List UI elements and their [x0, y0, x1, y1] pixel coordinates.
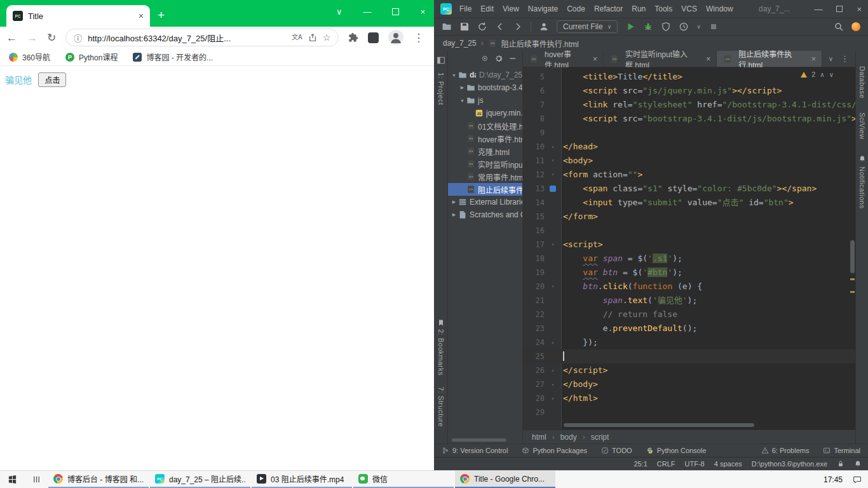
task-view-button[interactable] [24, 471, 48, 488]
indent-size[interactable]: 4 spaces [714, 460, 742, 468]
editor-vscrollbar[interactable] [850, 240, 855, 273]
menu-navigate[interactable]: Navigate [528, 4, 558, 13]
code-line-16[interactable]: 16 [523, 224, 855, 238]
tree-item[interactable]: ▼js [448, 94, 522, 107]
forward-icon[interactable]: → [27, 32, 37, 43]
bell-icon[interactable] [854, 460, 862, 468]
submit-button[interactable]: 点击 [38, 72, 66, 87]
clock[interactable]: 17:45 [820, 471, 846, 488]
menu-kebab-icon[interactable]: ⋮ [413, 32, 424, 43]
fold-marker-icon[interactable]: ▾ [545, 280, 561, 294]
action-center-icon[interactable] [846, 471, 868, 488]
code-line-19[interactable]: 19 var btn = $('#btn'); [523, 266, 855, 280]
close-icon[interactable]: × [420, 7, 425, 17]
back-icon[interactable]: ← [6, 32, 17, 43]
next-warning-icon[interactable]: ∨ [829, 71, 834, 78]
code-line-17[interactable]: 17▾<script> [523, 238, 855, 252]
taskbar-app-button[interactable]: day_7_25 – 阻止后续... [150, 471, 250, 488]
share-icon[interactable] [308, 33, 317, 42]
tree-item[interactable]: <>hover事件.html [448, 132, 522, 145]
search-icon[interactable] [834, 22, 844, 32]
tabs-menu-icon[interactable]: ⋮ [841, 54, 849, 64]
code-line-25[interactable]: 25 [523, 349, 855, 363]
play-icon[interactable] [625, 22, 635, 32]
tree-item[interactable]: ▼day_7_25D:\day_7_25 [448, 69, 522, 81]
tree-item[interactable]: <>01文档处理.html [448, 119, 522, 132]
target-icon[interactable] [480, 54, 489, 63]
toolwindow-todo[interactable]: TODO [601, 447, 632, 454]
close-tab-icon[interactable]: × [811, 55, 816, 64]
editor-tab[interactable]: <>实时监听input输入框.html× [604, 51, 717, 67]
tree-item[interactable]: ▶External Libraries [448, 196, 522, 208]
site-info-icon[interactable]: ⓘ [74, 32, 82, 44]
toolwindow-6-problems[interactable]: 6: Problems [761, 447, 810, 454]
panel-icon[interactable] [437, 56, 445, 65]
toolwindow-python-console[interactable]: Python Console [646, 447, 707, 454]
tree-item[interactable]: ▶Scratches and Consoles [448, 208, 522, 221]
code-line-8[interactable]: 8 <script src="bootstrap-3.4.1-dist/js/b… [523, 112, 855, 126]
browser-tab[interactable]: PC Title × [6, 5, 150, 27]
toolwindow-python-packages[interactable]: Python Packages [522, 447, 587, 454]
url-text[interactable]: http://localhost:63342/day_7_25/阻止... [88, 32, 286, 44]
code-editor[interactable]: 5 <title>Title</title>6 <script src="js/… [523, 67, 855, 430]
minimize-icon[interactable]: — [814, 4, 822, 14]
code-line-11[interactable]: 11▾<body> [523, 154, 855, 168]
tree-expander-icon[interactable]: ▶ [451, 200, 458, 205]
close-tab-icon[interactable]: × [593, 55, 597, 64]
menu-vcs[interactable]: VCS [681, 4, 697, 13]
tabs-dropdown-icon[interactable]: ∨ [829, 55, 833, 62]
stripe-notifications[interactable]: Notifications [858, 166, 866, 208]
caret-position[interactable]: 25:1 [634, 460, 647, 468]
menu-file[interactable]: File [459, 4, 471, 13]
code-line-9[interactable]: 9 [523, 126, 855, 140]
tree-expander-icon[interactable]: ▶ [459, 85, 466, 90]
menu-view[interactable]: View [503, 4, 519, 13]
bookmark-item[interactable]: 博客园 - 开发者的... [133, 51, 213, 62]
shield-icon[interactable] [661, 22, 671, 32]
minimize-icon[interactable]: — [363, 7, 371, 17]
bug-icon[interactable] [643, 22, 653, 32]
code-line-14[interactable]: 14 <input type="submit" value="点击" id="b… [523, 196, 855, 210]
encoding[interactable]: UTF-8 [685, 460, 705, 468]
code-line-18[interactable]: 18 var span = $('.s1'); [523, 252, 855, 266]
stop-icon[interactable] [709, 22, 719, 32]
folder-icon[interactable] [442, 22, 452, 32]
close-icon[interactable]: × [857, 4, 862, 14]
tree-item[interactable]: <>常用事件.html [448, 170, 522, 183]
editor-tab[interactable]: <>阻止后续事件执行.html× [717, 51, 822, 67]
fold-marker-icon[interactable]: ▴ [545, 391, 561, 405]
breadcrumb-html[interactable]: html [532, 433, 546, 442]
run-config-select[interactable]: Current File∨ [557, 20, 618, 33]
editor-tab[interactable]: <>hover事件.html× [523, 51, 604, 67]
interpreter-path[interactable]: D:\python3.6\python.exe [752, 460, 827, 468]
editor-hscrollbar[interactable] [564, 423, 754, 427]
stripe-database[interactable]: Database [858, 66, 866, 98]
menu-window[interactable]: Window [706, 4, 733, 13]
tree-item[interactable]: <>克隆.html [448, 145, 522, 158]
fold-marker-icon[interactable]: ▾ [545, 168, 561, 182]
extensions-puzzle-icon[interactable] [348, 32, 358, 43]
fold-marker-icon[interactable]: ▴ [545, 140, 561, 154]
run-options-chevron-icon[interactable]: ∨ [696, 24, 701, 30]
lock-icon[interactable] [837, 460, 844, 468]
address-bar[interactable]: ⓘ http://localhost:63342/day_7_25/阻止... … [65, 29, 339, 46]
warning-stripe-mark[interactable] [850, 278, 855, 280]
code-line-26[interactable]: 26▴</script> [523, 363, 855, 377]
code-line-15[interactable]: 15</form> [523, 210, 855, 224]
menu-run[interactable]: Run [632, 4, 646, 13]
toolwindow-9-version-control[interactable]: 9: Version Control [442, 447, 508, 454]
code-line-7[interactable]: 7 <link rel="stylesheet" href="/bootstra… [523, 98, 855, 112]
taskbar-app-button[interactable]: 03 阻止后续事件.mp4 [252, 471, 352, 488]
code-line-21[interactable]: 21 span.text('骗见他'); [523, 294, 855, 308]
taskbar-app-button[interactable]: 博客后台 - 博客园 和... [48, 471, 149, 488]
bookmark-item[interactable]: 360导航 [9, 51, 50, 62]
profile-avatar[interactable] [388, 30, 403, 45]
toolwindow-terminal[interactable]: Terminal [823, 447, 860, 454]
taskbar-app-button[interactable]: 微信 [353, 471, 454, 488]
gear-icon[interactable] [494, 54, 503, 63]
tree-item[interactable]: ▶bootstrap-3.4.1-dist [448, 81, 522, 94]
fold-marker-icon[interactable]: ▴ [545, 363, 561, 377]
stripe-sciview[interactable]: SciView [858, 112, 866, 139]
code-line-12[interactable]: 12▾<form action=""> [523, 168, 855, 182]
code-line-6[interactable]: 6 <script src="js/jquery.min.js"></scrip… [523, 84, 855, 98]
